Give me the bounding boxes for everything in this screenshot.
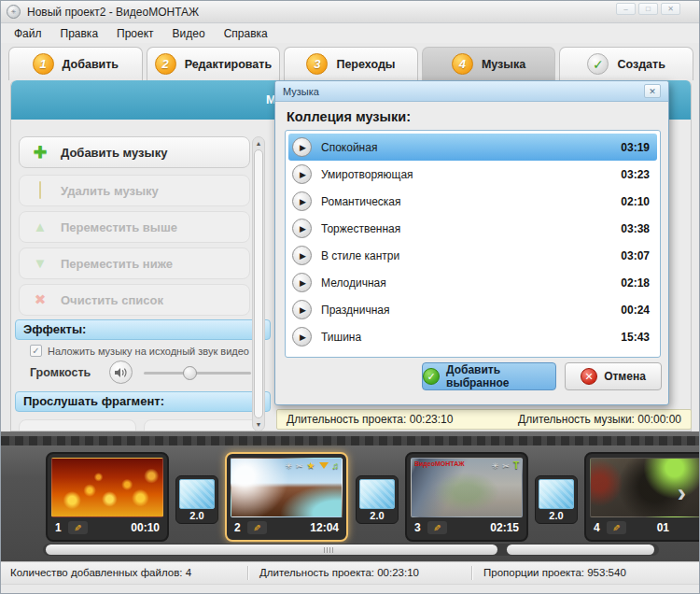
sidebar-scrollbar[interactable]: ▲ ▼	[252, 136, 265, 431]
transition-chip-3[interactable]: 2.0	[535, 475, 578, 524]
track-play-icon[interactable]: ▶	[292, 191, 312, 211]
scrollbar-thumb[interactable]	[254, 149, 263, 418]
track-play-icon[interactable]: ▶	[292, 137, 312, 157]
edit-pencil-icon[interactable]: ✎	[247, 521, 267, 534]
track-name: Торжественная	[321, 222, 400, 235]
track-row[interactable]: ▶ Мелодичная 02:18	[288, 269, 657, 296]
dialog-title: Музыка	[283, 86, 319, 97]
cancel-label: Отмена	[604, 370, 646, 383]
clip-label: 3 ✎ 02:15	[411, 519, 523, 536]
window-title: Новый проект2 - ВидеоМОНТАЖ	[27, 6, 199, 19]
scrollbar-segment[interactable]	[507, 544, 654, 555]
track-row[interactable]: ▶ Спокойная 03:19	[288, 134, 657, 161]
clip-number: 1	[55, 521, 62, 534]
clip-label: 2 ✎ 12:04	[231, 519, 343, 536]
tab-edit-label: Редактировать	[185, 58, 272, 71]
filmstrip-decoration	[1, 436, 700, 446]
menu-item-help[interactable]: Справка	[215, 25, 277, 42]
tab-badge-1: 1	[33, 53, 54, 75]
dialog-close-icon[interactable]: ✕	[644, 84, 661, 98]
speaker-button[interactable]	[109, 361, 133, 384]
edit-pencil-icon[interactable]: ✎	[68, 521, 88, 534]
close-button[interactable]: ✕	[661, 3, 680, 15]
transition-duration: 2.0	[179, 509, 215, 523]
menu-item-project[interactable]: Проект	[107, 25, 163, 42]
track-play-icon[interactable]: ▶	[292, 300, 312, 319]
track-play-icon[interactable]: ▶	[292, 273, 312, 292]
edit-pencil-icon[interactable]: ✎	[427, 521, 447, 534]
track-play-icon[interactable]: ▶	[292, 246, 312, 265]
track-row[interactable]: ▶ Романтическая 02:10	[288, 188, 657, 215]
track-play-icon[interactable]: ▶	[292, 164, 312, 184]
pencil-glyph: ✎	[433, 523, 441, 533]
tab-add[interactable]: 1 Добавить	[8, 47, 143, 80]
music-dialog: Музыка ✕ Коллеция музыки: ▶ Спокойная 03…	[274, 80, 669, 405]
transition-chip-2[interactable]: 2.0	[356, 475, 399, 524]
volume-slider-thumb[interactable]	[183, 366, 197, 380]
track-play-icon[interactable]: ▶	[292, 327, 312, 346]
stop-button[interactable]: Остановить	[144, 419, 261, 431]
scroll-down-icon[interactable]: ▼	[253, 421, 264, 428]
check-circle-icon: ✓	[423, 368, 440, 385]
add-music-label: Добавить музыку	[61, 146, 167, 160]
scroll-up-icon[interactable]: ▲	[253, 140, 264, 147]
effects-icon: ✳	[285, 461, 292, 471]
volume-slider[interactable]	[144, 368, 251, 377]
menu-item-edit[interactable]: Правка	[51, 25, 108, 42]
scroll-right-chevron-icon[interactable]: ›	[678, 478, 686, 508]
tab-transitions[interactable]: 3 Переходы	[284, 47, 418, 80]
track-row[interactable]: ▶ В стиле кантри 03:07	[288, 242, 657, 269]
clip-thumbnail	[51, 458, 163, 517]
track-name: Тишина	[321, 331, 361, 344]
track-row[interactable]: ▶ Умиротворяющая 03:23	[288, 161, 657, 188]
track-name: Спокойная	[321, 141, 377, 154]
menu-item-file[interactable]: Файл	[5, 25, 51, 42]
timeline-scrollbar[interactable]	[43, 544, 659, 556]
pencil-glyph: ✎	[612, 523, 620, 533]
tab-edit[interactable]: 2 Редактировать	[147, 47, 281, 80]
maximize-button[interactable]: □	[638, 3, 658, 15]
edit-pencil-icon[interactable]: ✎	[607, 521, 626, 534]
tab-music[interactable]: 4 Музыка	[422, 47, 556, 80]
overlay-audio-checkbox[interactable]: ✓	[30, 345, 42, 357]
transition-chip-1[interactable]: 2.0	[175, 475, 218, 524]
text-tool-icon: T	[513, 460, 519, 471]
clip-thumbnail: ✳ ✂ ★ ♫	[231, 458, 343, 517]
timeline-clip-3[interactable]: ВидеоМОНТАЖ ✳ ✂ T 3 ✎ 02:15	[405, 452, 528, 542]
overlay-audio-row: ✓ Наложить музыку на исходный звук видео	[30, 345, 249, 357]
clear-list-button[interactable]: ✖ Очистить список	[19, 284, 250, 316]
track-name: Мелодичная	[321, 276, 386, 290]
tab-badge-3: 3	[306, 53, 328, 75]
tab-add-label: Добавить	[63, 58, 119, 71]
transition-preview	[539, 479, 574, 509]
menu-item-video[interactable]: Видео	[163, 25, 215, 42]
add-music-button[interactable]: ✚ Добавить музыку	[19, 136, 250, 168]
tab-badge-4: 4	[452, 53, 473, 75]
track-time: 03:19	[621, 141, 650, 154]
transition-preview	[179, 479, 215, 509]
scrollbar-thumb[interactable]	[46, 544, 497, 555]
tab-create[interactable]: ✓ Создать	[559, 47, 693, 80]
dialog-title-bar: Музыка ✕	[275, 81, 668, 102]
track-play-icon[interactable]: ▶	[292, 219, 312, 238]
window-controls: – □ ✕	[616, 3, 680, 15]
listen-button[interactable]: ▶ Прослушать	[19, 419, 136, 431]
cancel-button[interactable]: ✕ Отмена	[565, 362, 662, 390]
timeline-clip-1[interactable]: 1 ✎ 00:10	[46, 452, 169, 542]
star-icon: ★	[307, 460, 315, 471]
remove-music-button[interactable]: Удалить музыку	[19, 175, 250, 206]
volume-label: Громкость	[30, 366, 91, 379]
track-row[interactable]: ▶ Тишина 15:43	[288, 323, 657, 350]
arrow-down-icon: ▼	[31, 256, 49, 271]
track-name: Праздничная	[321, 304, 389, 317]
effects-icon: ✳	[492, 461, 499, 471]
clip-number: 2	[234, 521, 241, 534]
timeline-clip-2[interactable]: ✳ ✂ ★ ♫ 2 ✎ 12:04	[225, 452, 348, 542]
add-selected-button[interactable]: ✓ Добавить выбранное	[422, 362, 556, 390]
move-up-button[interactable]: ▲ Переместить выше	[19, 211, 250, 243]
minimize-button[interactable]: –	[616, 3, 636, 15]
move-down-button[interactable]: ▼ Переместить ниже	[19, 248, 250, 279]
app-icon: ✳	[7, 5, 21, 19]
track-row[interactable]: ▶ Торжественная 03:38	[288, 215, 657, 242]
track-row[interactable]: ▶ Праздничная 00:24	[288, 296, 657, 323]
